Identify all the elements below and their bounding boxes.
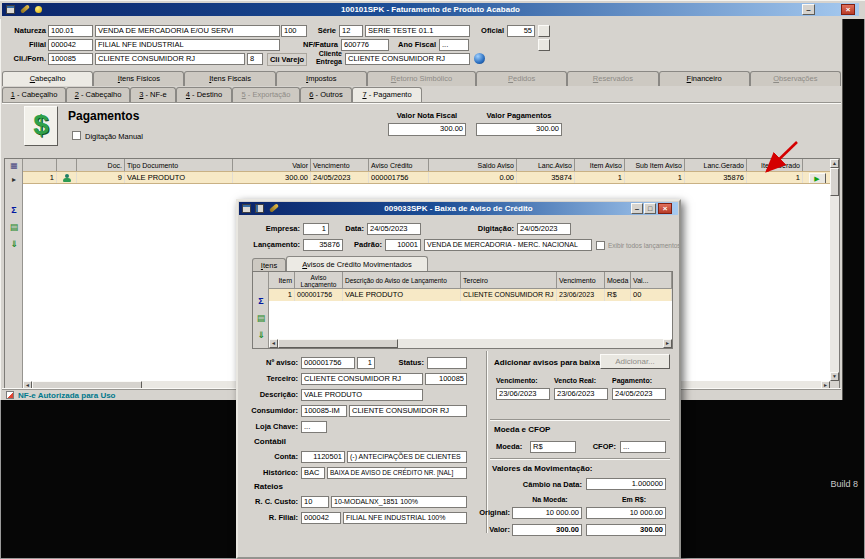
scroll-up-icon[interactable]: ▲ — [830, 159, 839, 168]
dialog-sum-icon[interactable]: Σ — [253, 296, 269, 306]
tab-itens-fiscais[interactable]: Itens Fiscais — [184, 71, 275, 86]
dgrid-header-vencimento[interactable]: Vencimento — [557, 272, 605, 289]
tab-financeiro[interactable]: Financeiro — [659, 71, 750, 86]
terceiro-field[interactable]: CLIENTE CONSUMIDOR RJ — [301, 373, 423, 385]
natureza-code-field[interactable]: 100.01 — [48, 25, 93, 37]
dgrid-header-descricao[interactable]: Descrição do Aviso de Lançamento — [343, 272, 461, 289]
tab-itens-fisicos[interactable]: Itens Físicos — [93, 71, 184, 86]
historico-desc-field[interactable]: BAIXA DE AVISO DE CRÉDITO NR. [NAL] — [327, 467, 467, 479]
export-sheet-icon[interactable]: ▤ — [5, 222, 23, 232]
ano-fiscal-field[interactable]: ... — [439, 39, 469, 51]
valor-nota-field[interactable]: 300.00 — [388, 123, 466, 136]
filial-desc-field[interactable]: FILIAL NFE INDUSTRIAL — [95, 39, 280, 51]
padrao-code-field[interactable]: 10001 — [385, 239, 421, 251]
original-na-moeda-field[interactable]: 10 000.00 — [512, 507, 582, 519]
loja-chave-field[interactable]: ... — [301, 421, 327, 433]
dialog-tab-avisos[interactable]: Avisos de Crédito Movimentados — [286, 256, 428, 271]
original-em-reais-field[interactable]: 10 000.00 — [586, 507, 666, 519]
historico-code-field[interactable]: BAC — [301, 467, 325, 479]
pagamento-field[interactable]: 24/05/2023 — [612, 388, 666, 400]
venc-field[interactable]: 23/06/2023 — [496, 388, 550, 400]
cliente-entrega-field[interactable]: CLIENTE CONSUMIDOR RJ — [345, 53, 470, 65]
grid-vscrollbar[interactable]: ▲ ▼ — [830, 159, 839, 381]
consumidor-code-field[interactable]: 100085-IM — [301, 405, 347, 417]
digitacao-manual-checkbox[interactable] — [72, 131, 81, 140]
serie-code-field[interactable]: 12 — [339, 25, 363, 37]
exibir-checkbox[interactable] — [596, 241, 605, 250]
dialog-tab-itens[interactable]: Itens — [252, 258, 286, 271]
empresa-field[interactable]: 1 — [303, 223, 329, 235]
dialog-minimize-button[interactable]: – — [631, 203, 643, 214]
tab-cabecalho[interactable]: Cabeçalho — [2, 71, 93, 86]
moeda-field[interactable]: R$ — [530, 441, 576, 453]
dialog-download-icon[interactable]: ⇓ — [253, 330, 269, 340]
vencto-real-field[interactable]: 23/06/2023 — [554, 388, 608, 400]
cli-forn-code-field[interactable]: 100085 — [48, 53, 93, 65]
dgrid-header-terceiro[interactable]: Terceiro — [461, 272, 557, 289]
rcc-code-field[interactable]: 10 — [301, 496, 329, 508]
dialog-grid-hscrollbar[interactable]: ◄ ► — [269, 339, 672, 348]
conta-field[interactable]: 1120501 — [301, 451, 345, 463]
dialog-grid-row[interactable]: 1 000001756 VALE PRODUTO CLIENTE CONSUMI… — [269, 289, 672, 301]
lancamento-field[interactable]: 35876 — [303, 239, 343, 251]
serie-desc-field[interactable]: SERIE TESTE 01.1 — [365, 25, 470, 37]
close-button[interactable]: × — [841, 4, 855, 15]
subtab-6-outros[interactable]: 6 - Outros — [300, 87, 352, 102]
padrao-desc-field[interactable]: VENDA DE MERCADORIA - MERC. NACIONAL — [424, 239, 592, 251]
valor-em-reais-field[interactable]: 300.00 — [586, 524, 666, 536]
nf-fatura-field[interactable]: 600776 — [341, 39, 389, 51]
scroll-down-icon[interactable]: ▼ — [830, 372, 839, 381]
subtab-2-cabecalho[interactable]: 2 - Cabeçalho — [66, 87, 130, 102]
natureza-desc-field[interactable]: VENDA DE MERCADORIA E/OU SERVI — [95, 25, 280, 37]
dgrid-header-moeda[interactable]: Moeda — [605, 272, 631, 289]
oficial-field[interactable]: 55 — [507, 25, 535, 37]
valor-na-moeda-field[interactable]: 300.00 — [512, 524, 582, 536]
filial-code-field[interactable]: 000042 — [48, 39, 93, 51]
subtab-1-cabecalho[interactable]: 1 - Cabeçalho — [2, 87, 66, 102]
cli-forn-desc-field[interactable]: CLIENTE CONSUMIDOR RJ — [95, 53, 245, 65]
digitacao-field[interactable]: 24/05/2023 — [517, 223, 571, 235]
scroll-left-icon[interactable]: ◄ — [23, 381, 32, 390]
globe-icon[interactable] — [474, 53, 485, 64]
naviso-item-field[interactable]: 1 — [357, 357, 375, 369]
adicionar-button[interactable]: Adicionar... — [600, 354, 670, 369]
valor-pagamentos-field[interactable]: 300.00 — [476, 123, 562, 136]
minimize-button[interactable]: – — [802, 4, 815, 15]
cfop-field[interactable]: ... — [620, 441, 666, 453]
descricao-field[interactable]: VALE PRODUTO — [301, 389, 423, 401]
consumidor-desc-field[interactable]: CLIENTE CONSUMIDOR RJ — [349, 405, 467, 417]
process-play-button[interactable]: ▶ — [809, 173, 826, 183]
rcc-desc-field[interactable]: 10-MODALNX_1851 100% — [331, 496, 467, 508]
vscroll-thumb[interactable] — [830, 168, 839, 196]
subtab-4-destino[interactable]: 4 - Destino — [176, 87, 232, 102]
cli-forn-extra-field[interactable]: 8 — [247, 53, 263, 65]
scroll-right-icon[interactable]: ► — [821, 381, 830, 390]
subtab-7-pagamento[interactable]: 7 - Pagamento — [352, 87, 422, 102]
grid-icon[interactable]: ▦ — [5, 161, 23, 170]
natureza-extra-field[interactable]: 100 — [281, 25, 307, 37]
dialog-maximize-button[interactable]: □ — [644, 203, 656, 214]
rfilial-desc-field[interactable]: FILIAL NFE INDUSTRIAL 100% — [343, 512, 467, 524]
dhscroll-thumb[interactable] — [278, 339, 398, 348]
tab-impostos[interactable]: Impostos — [276, 71, 367, 86]
status-field[interactable] — [427, 357, 467, 369]
grid-row[interactable]: 1 9 VALE PRODUTO 300.00 24/05/2023 00000… — [23, 171, 832, 184]
dgrid-header-item[interactable]: Item — [269, 272, 295, 289]
sum-icon[interactable]: Σ — [5, 205, 23, 215]
data-field[interactable]: 24/05/2023 — [367, 223, 421, 235]
dgrid-header-valor[interactable]: Val... — [631, 272, 672, 289]
browse-button-top[interactable] — [538, 25, 550, 37]
dialog-close-button[interactable]: × — [658, 203, 672, 214]
dscroll-left-icon[interactable]: ◄ — [269, 339, 278, 348]
subtab-3-nfe[interactable]: 3 - NF-e — [130, 87, 176, 102]
naviso-field[interactable]: 000001756 — [301, 357, 355, 369]
dscroll-right-icon[interactable]: ► — [663, 339, 672, 348]
hscroll-thumb[interactable] — [32, 381, 142, 390]
rfilial-code-field[interactable]: 000042 — [301, 512, 341, 524]
browse-button-bottom[interactable] — [538, 39, 550, 51]
dgrid-header-aviso[interactable]: Aviso Lançamento — [295, 272, 343, 289]
download-icon[interactable]: ⇓ — [5, 239, 23, 249]
dialog-sheet-icon[interactable]: ▤ — [253, 313, 269, 323]
conta-desc-field[interactable]: (-) ANTECIPAÇÕES DE CLIENTES — [347, 451, 467, 463]
terceiro-code-field[interactable]: 100085 — [425, 373, 467, 385]
